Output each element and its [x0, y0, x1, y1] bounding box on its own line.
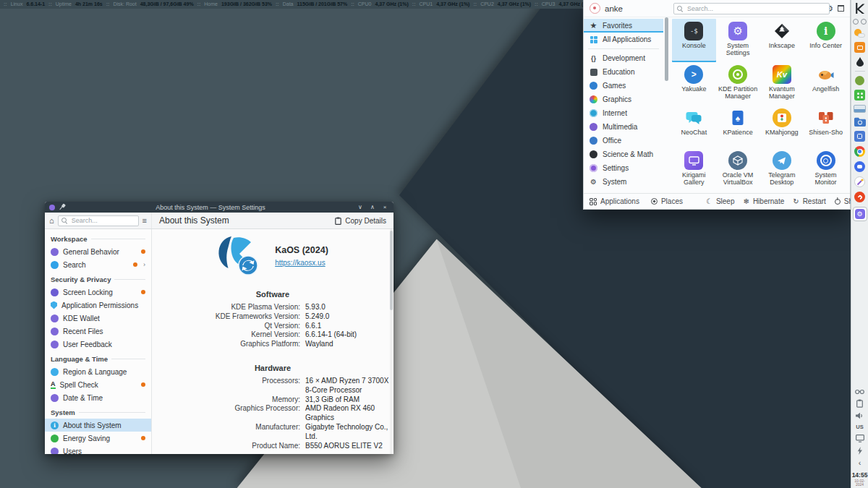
launcher-category-education[interactable]: Education: [584, 65, 663, 79]
sidebar-item-energy-saving[interactable]: Energy Saving: [45, 432, 151, 445]
pin-icon[interactable]: [57, 202, 67, 212]
app-tile-neochat[interactable]: NeoChat: [672, 106, 716, 149]
launcher-category-favorites[interactable]: ★Favorites: [584, 19, 663, 33]
stat-label: Linux: [11, 0, 23, 9]
app-tile-kirigami-gallery[interactable]: Kirigami Gallery: [672, 148, 716, 192]
weather-widget-icon[interactable]: [854, 29, 865, 38]
tab-applications[interactable]: Applications: [590, 197, 639, 205]
sidebar-item-screen-locking[interactable]: Screen Locking: [45, 286, 151, 299]
red-app-icon[interactable]: [854, 192, 865, 202]
sidebar-item-recent-files[interactable]: Recent Files: [45, 325, 151, 338]
digital-clock[interactable]: 14:55 10-02-2024: [851, 472, 868, 487]
app-tile-inkscape[interactable]: Inkscape: [760, 19, 804, 62]
hibernate-button[interactable]: ❄Hibernate: [743, 197, 784, 205]
launcher-category-all-applications[interactable]: All Applications: [584, 33, 663, 46]
app-tile-angelfish[interactable]: Angelfish: [804, 62, 848, 106]
app-tile-system-settings[interactable]: ⚙System Settings: [716, 19, 760, 62]
content-scrollbar[interactable]: [390, 229, 393, 454]
launcher-header: anke ⚙: [584, 0, 850, 17]
system-settings-task-icon[interactable]: ⚙: [853, 207, 867, 221]
session-button-label: Restart: [803, 197, 826, 205]
launcher-search-box[interactable]: [673, 3, 830, 14]
app-tile-shisen-sho[interactable]: Shisen-Sho: [804, 106, 848, 149]
stat-separator: ::: [48, 0, 52, 9]
sidebar-item-date-time[interactable]: Date & Time: [45, 391, 151, 404]
app-tile-label: System Monitor: [804, 171, 848, 186]
sidebar-item-region-language[interactable]: Region & Language: [45, 365, 151, 378]
app-tile-oracle-vm-virtualbox[interactable]: Oracle VM VirtualBox: [716, 148, 760, 192]
stat-value: 4h 21m 16s: [75, 0, 103, 9]
sidebar-item-application-permissions[interactable]: Application Permissions: [45, 299, 151, 312]
launcher-category-science-math[interactable]: Science & Math: [584, 147, 663, 161]
user-avatar[interactable]: [590, 3, 600, 14]
wand-app-icon[interactable]: [854, 176, 865, 187]
blue-chat-app-icon[interactable]: [854, 161, 865, 172]
app-tile-kvantum-manager[interactable]: KvKvantum Manager: [760, 62, 804, 106]
launcher-category-label: All Applications: [603, 35, 651, 43]
launcher-category-settings[interactable]: Settings: [584, 161, 663, 175]
sidebar-item-about-this-system[interactable]: iAbout this System: [45, 419, 151, 432]
copy-details-button[interactable]: Copy Details: [335, 217, 386, 225]
folder-app-icon[interactable]: [854, 117, 866, 127]
app-tile-konsole[interactable]: -$Konsole: [672, 19, 716, 62]
chrome-icon[interactable]: [854, 146, 865, 157]
settings-search-box[interactable]: [58, 215, 139, 226]
window-mode-icon[interactable]: [838, 5, 844, 12]
close-button[interactable]: ×: [380, 204, 389, 210]
app-tile-telegram-desktop[interactable]: Telegram Desktop: [760, 148, 804, 192]
launcher-category-multimedia[interactable]: Multimedia: [584, 120, 663, 134]
konsole-icon: -$: [684, 22, 703, 40]
restart-button[interactable]: ↻Restart: [793, 197, 826, 205]
expand-chevron-icon[interactable]: ‹: [859, 459, 861, 466]
info-label: Kernel Version:: [152, 330, 300, 340]
ink-drop-icon[interactable]: [856, 57, 864, 67]
sidebar-item-label: Spell Check: [60, 381, 98, 389]
widget-duo-icon[interactable]: [853, 19, 867, 25]
sidebar-item-search[interactable]: Search›: [45, 258, 151, 271]
sidebar-item-user-feedback[interactable]: User Feedback: [45, 338, 151, 351]
tab-places[interactable]: Places: [651, 197, 683, 205]
display-icon[interactable]: [856, 435, 864, 442]
minimize-button[interactable]: ∨: [356, 204, 365, 210]
sidebar-item-kde-wallet[interactable]: KDE Wallet: [45, 312, 151, 325]
home-icon[interactable]: ⌂: [49, 216, 54, 225]
update-badge: [141, 436, 145, 440]
mask-icon[interactable]: [855, 389, 864, 395]
clipboard-icon[interactable]: [856, 399, 863, 408]
launcher-category-office[interactable]: Office: [584, 134, 663, 147]
info-row: KDE Plasma Version:5.93.0: [152, 303, 393, 312]
launcher-category-system[interactable]: ⚙System: [584, 175, 663, 189]
sidebar-item-spell-check[interactable]: ASpell Check: [45, 378, 151, 391]
green-status-icon[interactable]: [855, 76, 864, 85]
launcher-category-graphics[interactable]: Graphics: [584, 93, 663, 106]
window-titlebar[interactable]: About this System — System Settings ∨ ∧ …: [45, 202, 393, 213]
app-tile-kde-partition-manager[interactable]: KDE Partition Manager: [716, 62, 760, 106]
launcher-category-games[interactable]: Games: [584, 79, 663, 93]
blue-square-app-icon[interactable]: [854, 131, 865, 142]
launcher-scrollbar[interactable]: [663, 17, 670, 193]
kaos-menu-icon[interactable]: [854, 2, 866, 14]
launcher-category-internet[interactable]: Internet: [584, 106, 663, 120]
power-bolt-icon[interactable]: [857, 447, 863, 455]
sidebar-item-users[interactable]: Users: [45, 445, 151, 454]
sleep-button[interactable]: ☾Sleep: [706, 197, 735, 205]
launcher-category-label: Internet: [603, 109, 627, 117]
app-tile-info-center[interactable]: iInfo Center: [804, 19, 848, 62]
window-thumbnail[interactable]: [854, 105, 866, 113]
green-grid-app-icon[interactable]: [854, 90, 865, 100]
settings-search-input[interactable]: [70, 216, 135, 225]
app-tile-yakuake[interactable]: >Yakuake: [672, 62, 716, 106]
app-tile-kpatience[interactable]: ♠KPatience: [716, 106, 760, 149]
launcher-search-input[interactable]: [686, 4, 826, 13]
launcher-category-development[interactable]: {}Development: [584, 51, 663, 65]
maximize-button[interactable]: ∧: [368, 204, 377, 210]
app-tile-kmahjongg[interactable]: KMahjongg: [760, 106, 804, 149]
launcher-category-label: Games: [603, 82, 626, 90]
sidebar-item-general-behavior[interactable]: General Behavior: [45, 245, 151, 258]
keyboard-layout[interactable]: US: [856, 424, 863, 430]
distro-url-link[interactable]: https://kaosx.us: [275, 259, 328, 267]
hamburger-menu-icon[interactable]: ≡: [142, 216, 147, 225]
volume-icon[interactable]: [856, 412, 864, 419]
orange-app-icon[interactable]: [854, 42, 865, 53]
app-tile-system-monitor[interactable]: System Monitor: [804, 148, 848, 192]
